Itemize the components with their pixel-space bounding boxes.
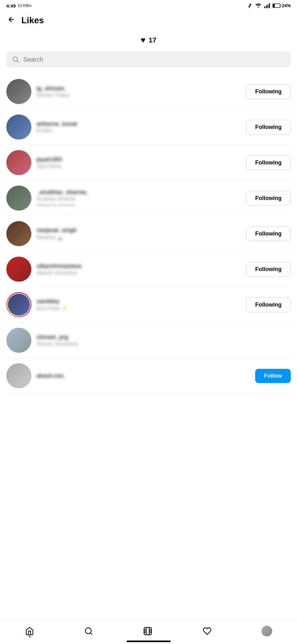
status-left: 4:49 13 KB/s — [6, 3, 31, 8]
username: ranjanat_singh — [36, 227, 241, 234]
reels-icon — [143, 627, 152, 636]
username: _anubhav_sharma_ — [36, 189, 241, 196]
user-info: jayat1303Jaya Sinha — [36, 156, 241, 169]
home-icon — [25, 627, 34, 636]
following-button[interactable]: Following — [246, 84, 291, 99]
following-button[interactable]: Following — [246, 120, 291, 135]
display-name: KUNAL — [36, 128, 241, 134]
display-name: utkarsh srivastava — [36, 270, 241, 276]
avatar[interactable] — [6, 328, 31, 353]
likes-number: 17 — [149, 36, 156, 44]
svg-rect-0 — [264, 6, 265, 8]
display-name: Shivam Srivastava — [36, 341, 291, 347]
page-title: Likes — [21, 15, 44, 25]
search-icon — [12, 56, 19, 63]
svg-line-11 — [91, 633, 92, 634]
display-name: Ranjana 🏔️ — [36, 234, 241, 240]
display-name: Shivam Thakur — [36, 92, 241, 98]
display-name: Anubhav Sharma — [36, 196, 241, 202]
user-item: airborne_kunalKUNALFollowing — [3, 109, 294, 145]
following-button[interactable]: Following — [246, 262, 291, 277]
user-info: _anubhav_sharma_Anubhav Sharmafollowed b… — [36, 189, 241, 207]
profile-avatar — [261, 626, 272, 636]
avatar[interactable] — [6, 363, 31, 388]
avatar[interactable] — [6, 79, 31, 104]
avatar[interactable] — [6, 186, 31, 211]
user-info: airborne_kunalKUNAL — [36, 121, 241, 134]
search-input[interactable] — [23, 56, 285, 63]
svg-rect-1 — [266, 5, 267, 8]
nav-likes[interactable] — [196, 625, 218, 637]
status-bar: 4:49 13 KB/s 24% — [0, 0, 297, 11]
username: utkarshrivastava — [36, 263, 241, 269]
avatar[interactable] — [6, 257, 31, 282]
user-item: utkarshrivastavautkarsh srivastavaFollow… — [3, 252, 294, 287]
heart-nav-icon — [202, 627, 212, 636]
username: airborne_kunal — [36, 121, 241, 127]
avatar[interactable] — [6, 292, 31, 317]
header: Likes — [0, 11, 297, 32]
battery-icon — [272, 3, 281, 8]
follow-button[interactable]: Follow — [255, 369, 291, 383]
signal-icon — [264, 3, 270, 8]
username: ig_shivam_ — [36, 85, 241, 92]
search-nav-icon — [84, 627, 93, 636]
data-speed: 13 KB/s — [18, 3, 31, 8]
user-info: ranjanat_singhRanjana 🏔️ — [36, 227, 241, 240]
user-info: shivam_prgShivam Srivastava — [36, 334, 291, 347]
nav-profile[interactable] — [255, 625, 278, 638]
nav-reels[interactable] — [137, 625, 159, 637]
avatar[interactable] — [6, 150, 31, 175]
username: sanddey — [36, 298, 241, 305]
nav-home[interactable] — [19, 625, 41, 637]
user-item: sanddeyArun Khan ✨Following — [3, 287, 294, 323]
following-button[interactable]: Following — [246, 155, 291, 170]
home-notification-dot — [29, 636, 30, 637]
user-info: sanddeyArun Khan ✨ — [36, 298, 241, 311]
back-button[interactable] — [6, 14, 16, 26]
user-item: _anubhav_sharma_Anubhav Sharmafollowed b… — [3, 180, 294, 216]
user-item: jayat1303Jaya SinhaFollowing — [3, 145, 294, 180]
time: 4:49 — [6, 3, 16, 8]
user-info: utkarshrivastavautkarsh srivastava — [36, 263, 241, 276]
nav-search[interactable] — [78, 625, 100, 637]
avatar[interactable] — [6, 114, 31, 140]
following-button[interactable]: Following — [246, 191, 291, 206]
heart-icon: ♥ — [141, 35, 146, 45]
search-container — [0, 51, 297, 74]
following-button[interactable]: Following — [246, 297, 291, 312]
user-item: ig_shivam_Shivam ThakurFollowing — [3, 74, 294, 109]
user-item: shivam_prgShivam Srivastava — [3, 323, 294, 358]
battery: 24% — [272, 3, 291, 8]
followed-by: followed by someone... — [36, 203, 241, 207]
username: shivam_prg — [36, 334, 291, 341]
svg-rect-3 — [269, 3, 270, 8]
display-name: Arun Khan ✨ — [36, 305, 241, 311]
username: akash.exe_ — [36, 373, 250, 379]
svg-line-9 — [17, 61, 19, 63]
avatar[interactable] — [6, 221, 31, 246]
wifi-icon — [255, 3, 262, 8]
display-name: Jaya Sinha — [36, 164, 241, 169]
user-info: ig_shivam_Shivam Thakur — [36, 85, 241, 98]
user-info: akash.exe_ — [36, 373, 250, 379]
bluetooth-icon — [247, 3, 252, 9]
user-item: akash.exe_Follow — [3, 358, 294, 394]
following-button[interactable]: Following — [246, 226, 291, 241]
user-list: ig_shivam_Shivam ThakurFollowingairborne… — [0, 74, 297, 394]
svg-rect-2 — [267, 4, 268, 8]
home-bar — [127, 641, 171, 642]
status-right: 24% — [247, 3, 291, 9]
search-bar[interactable] — [6, 51, 291, 68]
svg-rect-5 — [273, 4, 275, 7]
likes-count-container: ♥ 17 — [0, 32, 297, 51]
user-item: ranjanat_singhRanjana 🏔️Following — [3, 216, 294, 252]
username: jayat1303 — [36, 156, 241, 163]
